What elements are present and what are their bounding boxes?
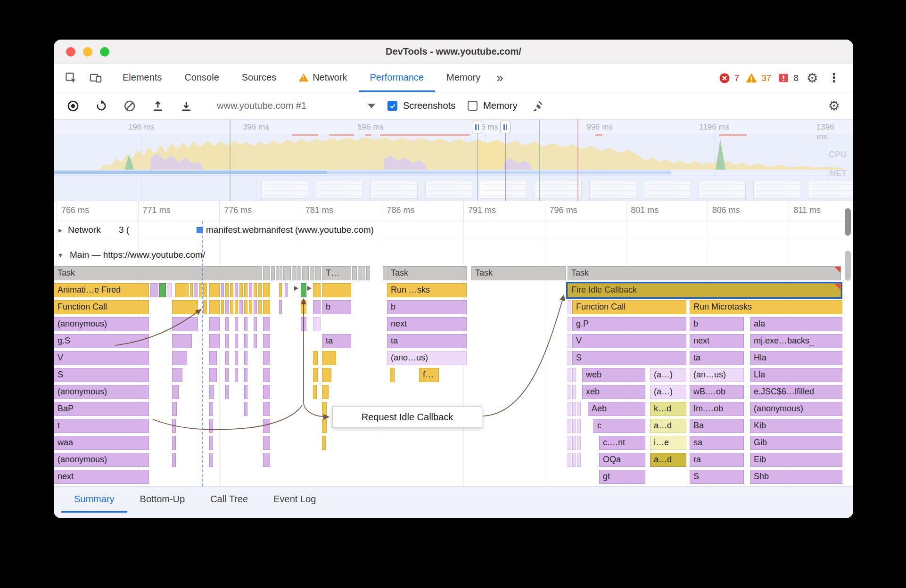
- flame-bar[interactable]: [209, 419, 213, 433]
- flame-bar-next[interactable]: next: [387, 317, 467, 331]
- flame-bar[interactable]: [572, 419, 576, 433]
- flame-bar[interactable]: [172, 385, 179, 399]
- flame-bar-ano-us[interactable]: (ano…us): [387, 351, 467, 365]
- flame-bar[interactable]: [292, 266, 297, 280]
- flame-bar[interactable]: [577, 436, 581, 450]
- flame-bar[interactable]: [235, 351, 238, 365]
- flame-bar[interactable]: [271, 266, 275, 280]
- device-toolbar-icon[interactable]: [88, 70, 104, 86]
- flame-bar[interactable]: [313, 300, 321, 314]
- flame-bar[interactable]: [310, 266, 314, 280]
- collect-garbage-icon[interactable]: [529, 98, 545, 114]
- flame-bar[interactable]: [313, 283, 321, 297]
- flame-bar-eib[interactable]: Eib: [750, 453, 842, 467]
- flame-bar[interactable]: [263, 266, 270, 280]
- flame-bar-v[interactable]: V: [572, 334, 686, 348]
- inspect-element-icon[interactable]: [63, 70, 79, 86]
- memory-checkbox-group[interactable]: Memory: [468, 100, 517, 111]
- flame-bar[interactable]: [244, 283, 247, 297]
- flame-bar[interactable]: [322, 385, 329, 399]
- flame-bar[interactable]: [322, 351, 336, 365]
- flame-bar[interactable]: [244, 385, 247, 399]
- zoom-window-button[interactable]: [100, 47, 109, 57]
- flame-bar[interactable]: [209, 385, 214, 399]
- flame-bar[interactable]: [322, 368, 331, 382]
- vertical-scrollbar-thumb-upper[interactable]: [845, 208, 851, 236]
- minimize-window-button[interactable]: [83, 47, 92, 57]
- flame-bar-run-sks[interactable]: Run …sks: [387, 283, 467, 297]
- flame-bar-wb-ob[interactable]: wB.…ob: [690, 385, 744, 399]
- flame-bar[interactable]: [244, 334, 247, 348]
- flame-bar[interactable]: [568, 402, 571, 416]
- flame-bar[interactable]: [568, 436, 571, 450]
- flame-bar-run-microtasks[interactable]: Run Microtasks: [690, 300, 842, 314]
- flame-bar-b[interactable]: b: [387, 300, 467, 314]
- flame-bar[interactable]: [159, 283, 166, 297]
- flame-bar[interactable]: [209, 436, 213, 450]
- flame-bar[interactable]: [568, 385, 571, 399]
- flame-bar[interactable]: [254, 317, 257, 331]
- flame-bar-a[interactable]: (a…): [650, 368, 686, 382]
- tab-network[interactable]: Network: [288, 64, 358, 92]
- warning-badge[interactable]: 37: [745, 72, 771, 85]
- network-track[interactable]: ▸ Network 3 ( manifest.webmanifest (www.…: [54, 221, 853, 239]
- flame-bar[interactable]: [235, 300, 238, 314]
- flame-bar[interactable]: [572, 402, 576, 416]
- flame-bar-a[interactable]: (a…): [650, 385, 686, 399]
- flame-bar-oqa[interactable]: OQa: [599, 453, 645, 467]
- flame-bar-task[interactable]: Task: [568, 266, 841, 280]
- flame-bar[interactable]: [322, 419, 327, 433]
- flame-bar[interactable]: [313, 368, 318, 382]
- flame-bar-c[interactable]: c: [593, 419, 645, 433]
- flame-bar-web[interactable]: web: [582, 368, 645, 382]
- flame-bar-lla[interactable]: Lla: [750, 368, 842, 382]
- settings-gear-icon[interactable]: ⚙: [804, 70, 820, 86]
- flame-bar[interactable]: [263, 283, 270, 297]
- flame-bar[interactable]: [577, 453, 581, 467]
- flame-bar-animati-e-fired[interactable]: Animati…e Fired: [54, 283, 149, 297]
- flame-bar[interactable]: [568, 419, 571, 433]
- flame-bar[interactable]: [254, 283, 257, 297]
- flame-bar[interactable]: [172, 419, 176, 433]
- flame-bar-next[interactable]: next: [690, 334, 744, 348]
- network-disclosure-triangle[interactable]: ▸: [58, 226, 62, 235]
- flame-bar[interactable]: [225, 300, 229, 314]
- flame-bar-ta[interactable]: ta: [690, 351, 744, 365]
- screenshots-checkbox[interactable]: [387, 101, 397, 111]
- flame-bar[interactable]: [172, 300, 198, 314]
- flame-bar[interactable]: [568, 351, 571, 365]
- flame-bar-bap[interactable]: BaP: [54, 402, 149, 416]
- flame-bar[interactable]: [263, 317, 270, 331]
- flame-bar[interactable]: [313, 317, 321, 331]
- flame-bar[interactable]: [383, 266, 387, 280]
- flame-bar-mj-exe-backs[interactable]: mj.exe…backs_: [750, 334, 842, 348]
- flame-bar[interactable]: [352, 266, 357, 280]
- flame-bar[interactable]: [235, 283, 238, 297]
- bottom-tab-event-log[interactable]: Event Log: [261, 487, 329, 513]
- flame-bar-anonymous[interactable]: (anonymous): [54, 385, 149, 399]
- flame-bar[interactable]: [568, 453, 571, 467]
- flame-bar-t[interactable]: t: [54, 419, 149, 433]
- flame-bar[interactable]: [279, 283, 282, 297]
- bottom-tab-bottom-up[interactable]: Bottom-Up: [127, 487, 198, 513]
- flame-bar[interactable]: [366, 266, 370, 280]
- flame-bar-ta[interactable]: ta: [322, 334, 351, 348]
- tab-memory[interactable]: Memory: [435, 64, 492, 92]
- flame-bar-task[interactable]: Task: [471, 266, 566, 280]
- flame-bar-im-ob[interactable]: Im.…ob: [690, 402, 744, 416]
- flame-bar[interactable]: [239, 300, 243, 314]
- flame-bar[interactable]: [263, 351, 270, 365]
- flame-bar[interactable]: [572, 453, 576, 467]
- flame-bar-xeb[interactable]: xeb: [582, 385, 645, 399]
- flame-bar[interactable]: [249, 283, 252, 297]
- flame-bar[interactable]: [315, 266, 321, 280]
- tab-sources[interactable]: Sources: [231, 64, 288, 92]
- flame-bar[interactable]: [280, 266, 282, 280]
- main-track-header[interactable]: ▾ Main — https://www.youtube.com/: [54, 239, 853, 266]
- flame-bar[interactable]: [572, 385, 576, 399]
- network-request-label[interactable]: manifest.webmanifest (www.youtube.com): [206, 225, 374, 235]
- flame-bar[interactable]: [190, 283, 193, 297]
- flame-bar-ala[interactable]: ala: [750, 317, 842, 331]
- flame-bar[interactable]: [390, 368, 395, 382]
- flame-bar-g-s[interactable]: g.S: [54, 334, 149, 348]
